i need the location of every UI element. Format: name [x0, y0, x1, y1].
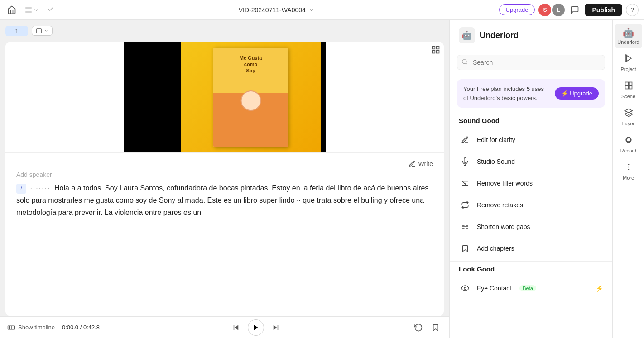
- underlord-panel: 🤖 Underlord Your Free plan includes 5 us…: [449, 20, 612, 338]
- topbar-right: Upgrade S L Publish ?: [499, 4, 639, 16]
- record-sidebar-label: Record: [620, 148, 636, 153]
- transcript-body: Hola a a todos. Soy Laura Santos, cofund…: [16, 184, 428, 216]
- topbar: VID-20240711-WA0004 Upgrade S L Publish …: [0, 0, 644, 20]
- avatar-l[interactable]: L: [552, 4, 565, 16]
- svg-point-12: [462, 59, 466, 63]
- shorten-word-gaps-button[interactable]: Shorten word gaps: [450, 216, 612, 238]
- svg-point-25: [464, 287, 466, 290]
- add-chapters-button[interactable]: Add chapters: [450, 238, 612, 259]
- add-scene-button[interactable]: [32, 26, 53, 36]
- remove-filler-words-label: Remove filler words: [477, 180, 533, 187]
- underlord-title: Underlord: [480, 31, 519, 40]
- remove-filler-icon: [459, 177, 471, 190]
- underlord-sidebar-icon: 🤖: [623, 27, 634, 38]
- play-icon: [252, 324, 260, 331]
- more-dots-icon: [624, 162, 633, 171]
- svg-marker-32: [625, 109, 632, 113]
- search-input[interactable]: [457, 55, 605, 70]
- beta-badge: Beta: [519, 285, 536, 291]
- remove-filler-words-button[interactable]: Remove filler words: [450, 172, 612, 194]
- more-sidebar-label: More: [623, 175, 634, 181]
- avatar-s[interactable]: S: [538, 4, 551, 16]
- record-icon-svg: [624, 135, 633, 144]
- book-display: Me Gusta como Soy: [206, 43, 296, 152]
- underlord-header: 🤖 Underlord: [450, 20, 612, 49]
- layout-icon: [431, 45, 440, 54]
- more-sidebar-icon: [624, 162, 633, 174]
- chat-button[interactable]: [568, 4, 581, 16]
- scene-chevron-icon: [44, 29, 48, 33]
- free-plan-text: Your Free plan includes 5 uses of Underl…: [463, 85, 550, 102]
- edit-for-clarity-label: Edit for clarity: [477, 136, 515, 143]
- project-sidebar-icon: [624, 54, 633, 65]
- rewind-icon: [414, 323, 423, 332]
- svg-rect-29: [629, 82, 632, 86]
- eye-contact-label: Eye Contact: [477, 285, 511, 292]
- video-black-right: [321, 42, 326, 152]
- eye-contact-button[interactable]: Eye Contact Beta ⚡: [450, 277, 612, 299]
- svg-rect-5: [437, 47, 439, 49]
- sidebar-item-record[interactable]: Record: [615, 132, 642, 157]
- add-chapters-label: Add chapters: [477, 245, 514, 252]
- skip-forward-button[interactable]: [269, 320, 283, 335]
- section-divider: [450, 261, 612, 262]
- upgrade-purple-button[interactable]: ⚡ Upgrade: [555, 87, 599, 100]
- transcript-area: Write Add speaker / ······· Hola a a tod…: [5, 152, 444, 316]
- svg-marker-11: [254, 325, 258, 330]
- play-button[interactable]: [248, 319, 264, 336]
- shorten-word-gaps-label: Shorten word gaps: [477, 223, 530, 230]
- show-timeline-button[interactable]: Show timeline: [7, 324, 55, 332]
- slash-command-button[interactable]: /: [16, 184, 26, 194]
- video-image-area: Me Gusta como Soy: [181, 42, 321, 152]
- upgrade-button[interactable]: Upgrade: [499, 4, 535, 15]
- video-black-left: [124, 42, 190, 152]
- svg-point-37: [628, 169, 629, 171]
- add-chapters-icon: [459, 242, 471, 255]
- time-display: 0:00.0 / 0:42.8: [62, 324, 100, 331]
- svg-rect-3: [37, 29, 42, 33]
- sound-good-section-title: Sound Good: [450, 115, 612, 129]
- write-btn-row: Write: [16, 160, 433, 167]
- svg-rect-31: [629, 86, 632, 89]
- title-chevron-icon[interactable]: [308, 7, 315, 13]
- sidebar-item-more[interactable]: More: [615, 159, 642, 184]
- publish-button[interactable]: Publish: [585, 4, 622, 16]
- remove-retakes-button[interactable]: Remove retakes: [450, 194, 612, 216]
- edit-for-clarity-button[interactable]: Edit for clarity: [450, 129, 612, 151]
- transcript-text: / ······· Hola a a todos. Soy Laura Sant…: [16, 182, 433, 219]
- svg-rect-28: [625, 82, 628, 86]
- sidebar-item-underlord[interactable]: 🤖 Underlord: [615, 24, 642, 48]
- sidebar-item-project[interactable]: Project: [615, 50, 642, 76]
- layout-options-button[interactable]: [431, 45, 440, 56]
- sidebar-item-scene[interactable]: Scene: [615, 77, 642, 103]
- layer-sidebar-icon: [624, 108, 633, 119]
- video-container: Me Gusta como Soy: [124, 42, 326, 152]
- studio-sound-button[interactable]: Studio Sound: [450, 151, 612, 172]
- video-area: Me Gusta como Soy: [5, 42, 444, 152]
- skip-forward-icon: [272, 324, 280, 332]
- sidebar-item-layer[interactable]: Layer: [615, 105, 642, 130]
- free-plan-box: Your Free plan includes 5 uses of Underl…: [457, 79, 605, 108]
- shorten-gaps-icon: [459, 220, 471, 233]
- home-button[interactable]: [5, 4, 18, 16]
- svg-point-34: [627, 138, 630, 142]
- add-speaker-button[interactable]: Add speaker: [16, 171, 433, 178]
- rewind-button[interactable]: [412, 321, 425, 334]
- skip-back-button[interactable]: [229, 320, 243, 335]
- svg-rect-30: [625, 86, 628, 89]
- main-area: 1: [0, 20, 644, 338]
- title-area: VID-20240711-WA0004: [58, 6, 495, 14]
- edit-icon: [459, 133, 471, 146]
- scene-sidebar-icon: [624, 81, 633, 92]
- editor-area: 1: [0, 20, 449, 338]
- help-button[interactable]: ?: [626, 4, 639, 16]
- write-button[interactable]: Write: [409, 160, 433, 167]
- add-scene-icon: [36, 28, 42, 34]
- eye-contact-icon: [459, 282, 471, 295]
- menu-button[interactable]: [22, 4, 42, 16]
- bookmark-button[interactable]: [429, 321, 442, 334]
- write-icon: [409, 160, 416, 167]
- scene-tab-1[interactable]: 1: [5, 26, 28, 36]
- document-title: VID-20240711-WA0004: [239, 6, 306, 14]
- book-title-line1: Me Gusta: [240, 55, 262, 61]
